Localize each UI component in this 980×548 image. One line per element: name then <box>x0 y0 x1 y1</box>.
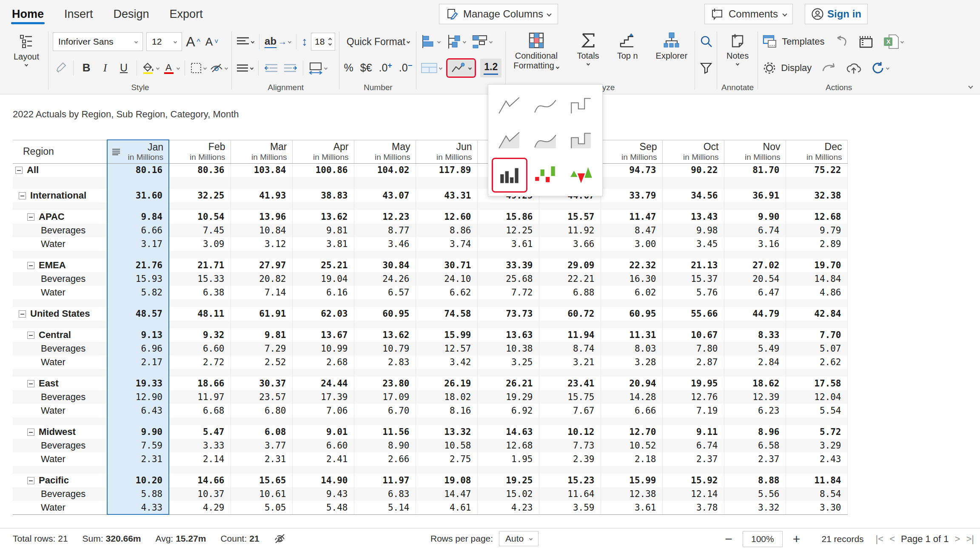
table-row[interactable]: All80.1680.36103.84100.86104.02117.89 94… <box>13 163 847 177</box>
value-cell[interactable]: 13.62 <box>354 328 416 342</box>
value-cell[interactable]: 20.82 <box>231 272 292 286</box>
table-row[interactable]: Midwest9.905.476.089.0111.5613.3214.6310… <box>13 425 847 439</box>
value-cell[interactable]: 29.09 <box>539 258 601 272</box>
value-cell[interactable]: 7.73 <box>539 439 601 452</box>
sparkline-button[interactable] <box>446 58 476 78</box>
value-cell[interactable]: 12.04 <box>786 390 847 404</box>
value-cell[interactable]: 4.33 <box>107 501 169 514</box>
value-cell[interactable]: 13.96 <box>231 210 292 224</box>
redo-button[interactable] <box>821 60 836 77</box>
sparkline-option-win-loss[interactable] <box>527 158 563 193</box>
month-column-header-apr[interactable]: Aprin Millions <box>292 140 354 163</box>
zoom-out-button[interactable]: − <box>722 532 735 546</box>
value-cell[interactable]: 9.84 <box>107 210 169 224</box>
region-column-header[interactable]: Region <box>13 140 107 163</box>
value-cell[interactable]: 60.95 <box>354 307 416 321</box>
value-cell[interactable]: 10.61 <box>231 487 292 501</box>
value-cell[interactable]: 3.77 <box>231 439 292 452</box>
table-row[interactable]: Water3.173.093.123.813.463.743.613.663.0… <box>13 237 847 251</box>
table-row[interactable]: International31.6032.2541.9338.8343.0743… <box>13 189 847 202</box>
value-cell[interactable]: 6.16 <box>292 286 354 299</box>
value-cell[interactable]: 73.73 <box>477 307 539 321</box>
month-column-header-jan[interactable]: Janin Millions <box>107 140 169 163</box>
explorer-button[interactable]: Explorer <box>652 31 691 61</box>
value-cell[interactable]: 12.70 <box>601 425 662 439</box>
hide-values-button[interactable] <box>210 60 228 77</box>
value-cell[interactable]: 11.64 <box>539 487 601 501</box>
bold-button[interactable]: B <box>79 60 94 77</box>
column-menu-icon[interactable] <box>112 148 120 155</box>
value-cell[interactable]: 3.28 <box>601 355 662 369</box>
comments-button[interactable]: Comments <box>704 4 793 24</box>
sparkline-option-smooth-area[interactable] <box>527 123 563 158</box>
table-row[interactable]: Water5.826.387.146.166.576.627.726.886.0… <box>13 286 847 299</box>
value-cell[interactable]: 20.54 <box>724 272 786 286</box>
value-cell[interactable]: 6.80 <box>231 404 292 417</box>
value-cell[interactable]: 9.79 <box>786 224 847 237</box>
value-cell[interactable]: 9.01 <box>292 425 354 439</box>
month-column-header-feb[interactable]: Febin Millions <box>169 140 231 163</box>
value-cell[interactable]: 19.25 <box>477 474 539 487</box>
value-cell[interactable]: 3.78 <box>662 501 724 514</box>
value-cell[interactable]: 8.16 <box>416 404 477 417</box>
value-cell[interactable]: 9.13 <box>107 328 169 342</box>
table-row[interactable]: East19.3318.6630.3724.4423.8026.1926.212… <box>13 377 847 390</box>
value-cell[interactable]: 26.21 <box>477 377 539 390</box>
value-cell[interactable]: 9.32 <box>169 328 231 342</box>
quick-format-button[interactable]: Quick Format <box>347 33 410 50</box>
value-cell[interactable]: 3.42 <box>416 355 477 369</box>
value-cell[interactable]: 2.41 <box>292 452 354 466</box>
collapse-toggle[interactable] <box>27 429 34 436</box>
value-cell[interactable]: 8.33 <box>724 328 786 342</box>
value-cell[interactable]: 4.29 <box>169 501 231 514</box>
value-cell[interactable]: 2.37 <box>724 452 786 466</box>
value-cell[interactable]: 21.13 <box>662 258 724 272</box>
value-cell[interactable]: 11.84 <box>786 474 847 487</box>
value-cell[interactable]: 10.58 <box>416 439 477 452</box>
value-cell[interactable]: 18.02 <box>416 390 477 404</box>
value-cell[interactable]: 74.58 <box>416 307 477 321</box>
currency-format-button[interactable]: $€ <box>360 62 372 74</box>
undo-button[interactable] <box>834 33 849 50</box>
cloud-upload-button[interactable] <box>846 60 862 77</box>
value-cell[interactable]: 18.62 <box>724 377 786 390</box>
value-cell[interactable]: 15.65 <box>231 474 292 487</box>
value-cell[interactable]: 12.90 <box>107 390 169 404</box>
grow-font-button[interactable]: A^ <box>185 33 201 50</box>
value-cell[interactable]: 12.39 <box>724 390 786 404</box>
value-cell[interactable]: 4.86 <box>786 286 847 299</box>
value-cell[interactable]: 9.11 <box>662 425 724 439</box>
value-cell[interactable]: 6.60 <box>169 342 231 355</box>
value-cell[interactable]: 19.33 <box>107 377 169 390</box>
value-cell[interactable]: 36.91 <box>724 189 786 202</box>
value-cell[interactable]: 9.81 <box>231 328 292 342</box>
tab-insert[interactable]: Insert <box>63 3 94 23</box>
decrease-decimal-button[interactable]: .0− <box>399 62 412 74</box>
value-cell[interactable]: 5.76 <box>662 286 724 299</box>
value-cell[interactable]: 11.94 <box>539 328 601 342</box>
value-cell[interactable]: 5.56 <box>724 487 786 501</box>
value-cell[interactable]: 10.54 <box>169 210 231 224</box>
value-cell[interactable]: 8.96 <box>724 425 786 439</box>
collapse-toggle[interactable] <box>27 332 34 339</box>
value-cell[interactable]: 22.32 <box>601 258 662 272</box>
value-cell[interactable]: 6.43 <box>107 404 169 417</box>
percent-format-button[interactable]: % <box>344 62 353 74</box>
value-cell[interactable]: 3.59 <box>539 501 601 514</box>
templates-button[interactable]: Templates <box>762 33 824 50</box>
table-row[interactable]: Beverages6.667.4510.849.818.778.8612.251… <box>13 224 847 237</box>
value-cell[interactable]: 3.17 <box>107 237 169 251</box>
next-page-button[interactable]: > <box>955 534 960 545</box>
table-row[interactable]: Beverages12.9011.9723.5717.3917.0918.021… <box>13 390 847 404</box>
value-cell[interactable]: 16.30 <box>601 272 662 286</box>
sparkline-option-step-area[interactable] <box>563 123 599 158</box>
value-cell[interactable]: 48.57 <box>107 307 169 321</box>
value-cell[interactable]: 10.67 <box>662 328 724 342</box>
value-cell[interactable]: 11.47 <box>601 210 662 224</box>
value-cell[interactable]: 7.14 <box>231 286 292 299</box>
value-cell[interactable]: 3.00 <box>601 237 662 251</box>
value-cell[interactable]: 15.37 <box>662 272 724 286</box>
value-cell[interactable]: 1.95 <box>477 452 539 466</box>
value-cell[interactable]: 33.39 <box>477 258 539 272</box>
month-column-header-mar[interactable]: Marin Millions <box>231 140 292 163</box>
